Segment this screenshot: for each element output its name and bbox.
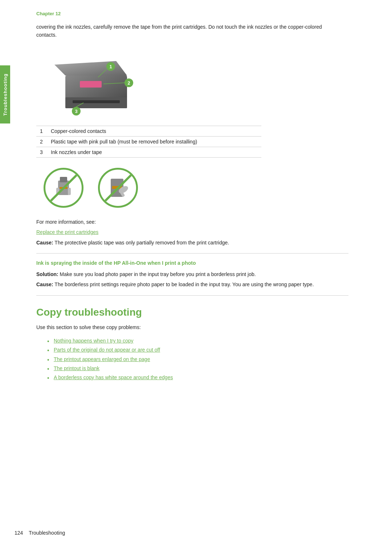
svg-text:1: 1 [109, 64, 112, 69]
sidebar-tab-label: Troubleshooting [3, 73, 8, 116]
svg-marker-1 [54, 61, 127, 76]
divider-1 [36, 253, 348, 254]
printer-diagram: 1 2 3 [44, 46, 138, 119]
cause-text: The protective plastic tape was only par… [54, 240, 229, 246]
chapter-header: Chapter 12 [36, 11, 370, 16]
copy-link-2[interactable]: The printout appears enlarged on the pag… [54, 356, 150, 362]
page-footer: 124 Troubleshooting [15, 528, 377, 536]
table-row-2: 2 Plastic tape with pink pull tab (must … [36, 136, 261, 147]
svg-rect-18 [60, 187, 68, 189]
copy-intro-text: Use this section to solve these copy pro… [36, 323, 334, 331]
copy-link-4[interactable]: A borderless copy has white space around… [54, 374, 173, 380]
page-container: Troubleshooting Chapter 12 covering the … [0, 0, 392, 543]
list-item-3: The printout is blank [47, 364, 370, 373]
copy-link-3[interactable]: The printout is blank [54, 365, 99, 371]
replace-cartridges-link[interactable]: Replace the print cartridges [36, 229, 98, 235]
copy-troubleshooting-heading: Copy troubleshooting [36, 307, 370, 318]
content-area: Chapter 12 covering the ink nozzles, car… [15, 0, 392, 543]
ink-cause-paragraph: Cause: The borderless print settings req… [36, 280, 334, 288]
intro-text: covering the ink nozzles, carefully remo… [36, 23, 334, 39]
ink-cause-label: Cause: [36, 281, 53, 287]
table-row-1: 1 Copper-colored contacts [36, 126, 261, 136]
cause-paragraph: Cause: The protective plastic tape was o… [36, 239, 334, 247]
icons-row [44, 168, 370, 208]
ink-spraying-heading: Ink is spraying the inside of the HP All… [36, 260, 334, 266]
copy-troubleshooting-section: Copy troubleshooting Use this section to… [36, 307, 370, 382]
svg-rect-3 [73, 100, 120, 103]
ink-spraying-section: Ink is spraying the inside of the HP All… [36, 260, 370, 289]
parts-table: 1 Copper-colored contacts 2 Plastic tape… [36, 126, 261, 158]
list-item-2: The printout appears enlarged on the pag… [47, 355, 370, 364]
no-touch-svg-1 [49, 173, 78, 202]
table-row-3: 3 Ink nozzles under tape [36, 147, 261, 157]
info-section: For more information, see: Replace the p… [36, 218, 334, 247]
for-more-info-text: For more information, see: [36, 218, 334, 226]
part-num-1: 1 [36, 126, 47, 136]
copy-link-1[interactable]: Parts of the original do not appear or a… [54, 347, 160, 353]
diagram-container: 1 2 3 [44, 46, 370, 119]
divider-2 [36, 295, 348, 296]
list-item-0: Nothing happens when I try to copy [47, 336, 370, 345]
solution-paragraph: Solution: Make sure you load photo paper… [36, 270, 334, 278]
copy-link-0[interactable]: Nothing happens when I try to copy [54, 338, 133, 344]
part-desc-1: Copper-colored contacts [47, 126, 261, 136]
part-num-2: 2 [36, 136, 47, 147]
part-desc-2: Plastic tape with pink pull tab (must be… [47, 136, 261, 147]
solution-text: Make sure you load photo paper in the in… [60, 271, 256, 277]
sidebar-tab: Troubleshooting [0, 65, 10, 123]
svg-rect-16 [56, 188, 59, 195]
svg-rect-17 [68, 188, 71, 195]
part-num-3: 3 [36, 147, 47, 157]
no-touch-icon-2 [98, 168, 138, 208]
ink-cause-text: The borderless print settings require ph… [54, 281, 314, 287]
copy-links-list: Nothing happens when I try to copy Parts… [36, 336, 370, 382]
svg-text:2: 2 [127, 80, 130, 86]
no-touch-svg-2 [103, 173, 132, 202]
svg-text:3: 3 [75, 109, 77, 114]
list-item-4: A borderless copy has white space around… [47, 373, 370, 382]
part-desc-3: Ink nozzles under tape [47, 147, 261, 157]
no-touch-icon-1 [44, 168, 83, 208]
footer-chapter-label: Troubleshooting [29, 530, 65, 536]
footer-page-number: 124 [15, 530, 23, 536]
solution-label: Solution: [36, 271, 58, 277]
svg-rect-15 [60, 177, 67, 182]
svg-rect-4 [80, 81, 102, 88]
cause-label: Cause: [36, 240, 53, 246]
list-item-1: Parts of the original do not appear or a… [47, 345, 370, 354]
